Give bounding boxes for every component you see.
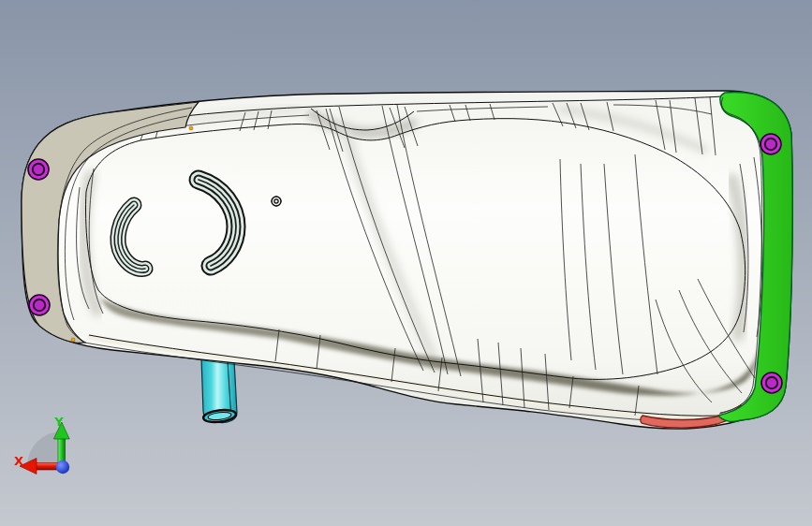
bolt-hole-bottom-right[interactable] — [761, 373, 782, 393]
bolt-hole-bottom-left[interactable] — [29, 295, 50, 315]
cad-viewport[interactable]: X Y — [0, 0, 812, 526]
y-axis-label: Y — [53, 415, 64, 429]
vertex-marker — [71, 338, 75, 342]
bolt-hole-top-left[interactable] — [28, 159, 49, 180]
vertex-marker — [189, 126, 193, 130]
bolt-hole-top-right[interactable] — [760, 134, 781, 154]
z-axis-origin-ball[interactable] — [56, 460, 69, 474]
x-axis-label: X — [14, 454, 23, 468]
drain-tube[interactable] — [201, 358, 237, 424]
